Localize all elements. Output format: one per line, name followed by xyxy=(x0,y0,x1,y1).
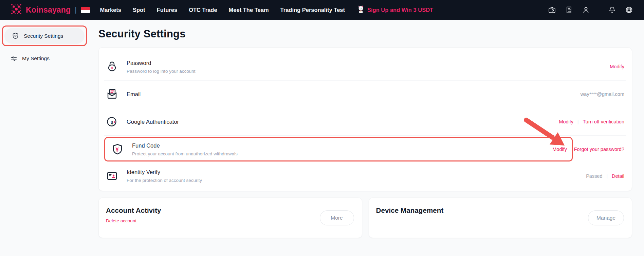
row-title: Google Authenticator xyxy=(127,119,559,125)
security-row-identity-verify: Identity Verify For the protection of ac… xyxy=(99,163,632,189)
forgot-password-link[interactable]: Forgot your password? xyxy=(574,147,624,152)
google-auth-modify-link[interactable]: Modify xyxy=(559,119,573,124)
promo-label: Sign Up and Win 3 USDT xyxy=(367,7,433,13)
email-masked-value: way****@gmail.com xyxy=(581,91,624,97)
google-auth-icon: g + xyxy=(104,114,120,130)
svg-text:¥: ¥ xyxy=(115,147,119,153)
row-title: Fund Code xyxy=(132,142,552,149)
page-title: Security Settings xyxy=(98,28,632,40)
main-nav: Markets Spot Futures OTC Trade Meet The … xyxy=(100,7,345,13)
brand-logo[interactable]: Koinsayang | xyxy=(10,3,90,17)
bell-icon[interactable] xyxy=(608,6,616,14)
orders-icon[interactable] xyxy=(565,6,573,14)
row-title: Email xyxy=(127,91,581,98)
password-modify-link[interactable]: Modify xyxy=(610,64,624,69)
id-card-icon xyxy=(104,168,120,184)
row-subtitle: Protect your account from unauthorized w… xyxy=(132,151,552,156)
fund-shield-icon: ¥ xyxy=(110,141,125,157)
user-icon[interactable] xyxy=(582,6,590,14)
top-navbar: Koinsayang | Markets Spot Futures OTC Tr… xyxy=(0,0,644,20)
action-separator: | xyxy=(577,119,578,124)
sidebar-item-security-settings[interactable]: Security Settings xyxy=(4,28,85,44)
row-subtitle: Password to log into your account xyxy=(127,69,610,74)
device-management-card: Device Management Manage xyxy=(369,198,632,238)
annotation-box-sidebar: Security Settings xyxy=(2,25,87,46)
nav-markets[interactable]: Markets xyxy=(100,7,121,13)
signup-promo-link[interactable]: Sign Up and Win 3 USDT xyxy=(357,5,433,15)
sidebar-item-label: My Settings xyxy=(22,55,50,62)
globe-icon[interactable] xyxy=(625,6,633,14)
email-icon xyxy=(104,86,120,102)
nav-spot[interactable]: Spot xyxy=(133,7,145,13)
indonesia-flag-icon xyxy=(81,7,90,13)
nav-futures[interactable]: Futures xyxy=(157,7,178,13)
security-row-email: Email way****@gmail.com xyxy=(99,81,632,108)
row-subtitle: For the protection of account security xyxy=(127,178,586,183)
sidebar-item-label: Security Settings xyxy=(24,33,63,39)
identity-status-badge: Passed xyxy=(586,173,602,179)
main-content: Security Settings Password Password to l… xyxy=(98,20,644,238)
account-activity-title: Account Activity xyxy=(106,206,354,215)
turn-off-verification-link[interactable]: Turn off verification xyxy=(583,119,625,124)
fund-code-modify-link[interactable]: Modify xyxy=(552,147,567,152)
row-title: Password xyxy=(127,60,610,66)
security-row-google-authenticator: g + Google Authenticator Modify | Turn o… xyxy=(99,108,632,135)
nav-meet-the-team[interactable]: Meet The Team xyxy=(229,7,269,13)
logo-separator: | xyxy=(75,6,76,14)
security-row-fund-code: ¥ Fund Code Protect your account from un… xyxy=(99,136,632,163)
more-button[interactable]: More xyxy=(320,210,354,225)
logo-dots-icon xyxy=(10,3,22,17)
lucky-cat-icon xyxy=(357,5,365,15)
row-title: Identity Verify xyxy=(127,169,586,175)
lock-icon xyxy=(104,59,120,74)
account-activity-card: Account Activity Delete account More xyxy=(98,198,362,238)
svg-text:+: + xyxy=(113,119,116,124)
navbar-actions xyxy=(548,6,633,14)
delete-account-link[interactable]: Delete account xyxy=(106,218,136,223)
sliders-icon xyxy=(10,55,17,62)
identity-detail-link[interactable]: Detail xyxy=(612,173,624,179)
annotation-box-fund-code: ¥ Fund Code Protect your account from un… xyxy=(104,137,573,161)
nav-otc-trade[interactable]: OTC Trade xyxy=(189,7,217,13)
wallet-icon[interactable] xyxy=(548,6,556,14)
shield-check-icon xyxy=(12,32,19,39)
security-row-password: Password Password to log into your accou… xyxy=(99,53,632,80)
sidebar: Security Settings My Settings xyxy=(0,20,98,238)
action-separator: | xyxy=(607,173,608,178)
navbar-divider xyxy=(599,6,599,14)
device-management-title: Device Management xyxy=(376,206,624,215)
brand-name: Koinsayang xyxy=(26,5,71,15)
security-settings-card: Password Password to log into your accou… xyxy=(98,47,632,191)
nav-trading-personality-test[interactable]: Trading Personality Test xyxy=(280,7,345,13)
sidebar-item-my-settings[interactable]: My Settings xyxy=(0,52,98,65)
manage-button[interactable]: Manage xyxy=(588,210,624,225)
